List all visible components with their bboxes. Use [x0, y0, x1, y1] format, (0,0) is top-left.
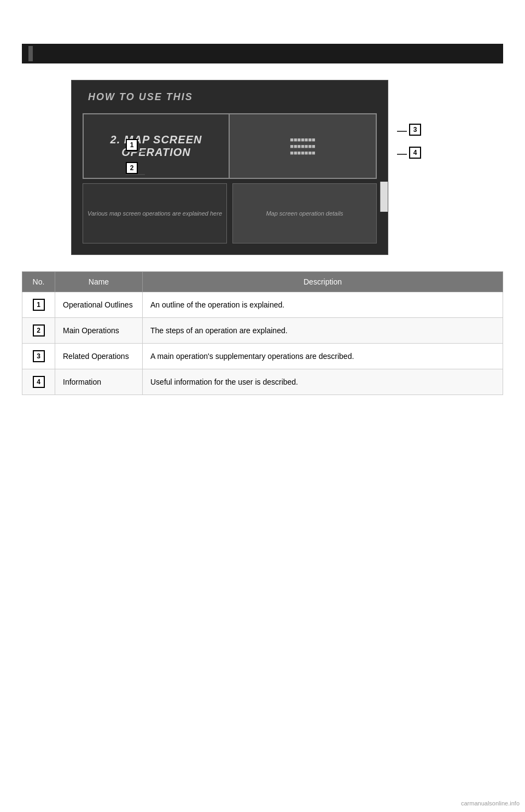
table-header-no: No.	[22, 272, 55, 292]
diagram-box: HOW TO USE THIS 2. MAP SCREEN OPERATION …	[71, 80, 388, 255]
diagram-top-label: HOW TO USE THIS	[88, 91, 193, 103]
table-header-desc: Description	[143, 272, 503, 292]
diagram-main-text: 2. MAP SCREEN OPERATION	[84, 134, 229, 159]
badge-4: 4	[409, 147, 421, 159]
row-4-badge: 4	[33, 376, 45, 388]
callout-2: 2	[126, 162, 145, 175]
diagram-main-right: ■■■■■■■■■■■■■■■■■■■■■	[230, 114, 376, 178]
footer-watermark: carmanualsonline.info	[461, 800, 520, 807]
diagram-container: HOW TO USE THIS 2. MAP SCREEN OPERATION …	[71, 80, 454, 255]
row-4-no: 4	[22, 369, 55, 395]
table-row: 3 Related Operations A main operation's …	[22, 344, 503, 369]
header-bar	[22, 44, 503, 63]
diagram-main-left: 2. MAP SCREEN OPERATION	[84, 114, 230, 178]
callout-4: 4	[397, 147, 421, 159]
table-row: 2 Main Operations The steps of an operat…	[22, 318, 503, 344]
row-2-name: Main Operations	[55, 318, 143, 344]
diagram-bottom-left: Various map screen operations are explai…	[83, 183, 227, 243]
diagram-bottom-right-text: Map screen operation details	[263, 207, 346, 219]
right-indicator-bar	[380, 182, 388, 212]
callout-3: 3	[397, 124, 421, 136]
row-2-no: 2	[22, 318, 55, 344]
badge-2: 2	[126, 162, 138, 174]
row-2-badge: 2	[33, 324, 45, 337]
callout-1: 1	[126, 139, 145, 152]
info-table: No. Name Description 1 Operational Outli…	[22, 271, 503, 395]
row-1-name: Operational Outlines	[55, 292, 143, 318]
table-row: 4 Information Useful information for the…	[22, 369, 503, 395]
table-row: 1 Operational Outlines An outline of the…	[22, 292, 503, 318]
row-1-badge: 1	[33, 299, 45, 311]
row-4-desc: Useful information for the user is descr…	[143, 369, 503, 395]
badge-3: 3	[409, 124, 421, 136]
diagram-right-content: ■■■■■■■■■■■■■■■■■■■■■	[285, 132, 320, 160]
row-3-desc: A main operation's supplementary operati…	[143, 344, 503, 369]
badge-1: 1	[126, 139, 138, 151]
diagram-bottom-section: Various map screen operations are explai…	[83, 183, 377, 243]
row-3-badge: 3	[33, 350, 45, 362]
header-accent	[28, 46, 33, 61]
row-4-name: Information	[55, 369, 143, 395]
callout-line-2	[126, 174, 145, 175]
row-1-no: 1	[22, 292, 55, 318]
row-3-name: Related Operations	[55, 344, 143, 369]
row-3-no: 3	[22, 344, 55, 369]
callout-line-3	[397, 131, 407, 132]
row-1-desc: An outline of the operation is explained…	[143, 292, 503, 318]
diagram-bottom-right: Map screen operation details	[232, 183, 377, 243]
diagram-bottom-left-text: Various map screen operations are explai…	[85, 207, 225, 219]
table-header-name: Name	[55, 272, 143, 292]
page-wrapper: HOW TO USE THIS 2. MAP SCREEN OPERATION …	[0, 0, 525, 812]
row-2-desc: The steps of an operation are explained.	[143, 318, 503, 344]
callout-line-4	[397, 154, 407, 155]
callout-line-1	[126, 151, 145, 152]
